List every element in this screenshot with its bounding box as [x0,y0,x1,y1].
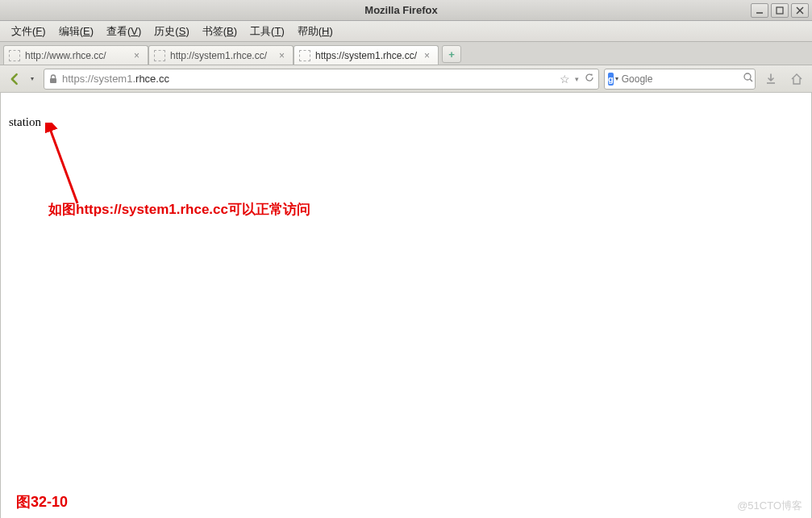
menu-tools[interactable]: 工具(T) [244,22,291,41]
menu-edit[interactable]: 编辑(E) [52,22,100,41]
reload-icon[interactable] [584,72,595,86]
browser-tab[interactable]: http://www.rhce.cc/ × [3,45,148,65]
window-title: Mozilla Firefox [52,4,751,16]
chevron-down-icon[interactable]: ▾ [615,75,618,82]
page-icon [9,50,20,61]
watermark: @51CTO博客 [737,499,802,513]
menu-bookmarks[interactable]: 书签(B) [196,22,244,41]
new-tab-button[interactable]: + [442,45,461,63]
menu-file[interactable]: 文件(F) [5,22,52,41]
close-icon[interactable]: × [276,49,288,61]
home-button[interactable] [786,69,807,90]
page-body-text: station [9,115,41,129]
menu-history[interactable]: 历史(S) [148,22,195,41]
svg-rect-4 [50,78,56,83]
browser-tab[interactable]: https://system1.rhce.cc/ × [294,45,439,65]
page-icon [154,50,165,61]
url-bar[interactable]: https://system1.rhce.cc ☆ ▾ [44,69,599,90]
svg-rect-1 [777,7,783,14]
url-text: https://system1.rhce.cc [62,73,560,85]
search-icon[interactable] [743,72,754,86]
back-button[interactable] [5,69,26,90]
back-history-dropdown[interactable]: ▾ [31,75,39,82]
menu-help[interactable]: 帮助(H) [291,22,339,41]
page-content: station [0,93,812,518]
maximize-button[interactable] [771,3,789,18]
search-input[interactable] [622,73,743,85]
close-icon[interactable]: × [131,49,143,61]
menubar: 文件(F) 编辑(E) 查看(V) 历史(S) 书签(B) 工具(T) 帮助(H… [0,21,812,42]
google-icon: g [608,73,614,86]
svg-point-5 [744,73,751,80]
tabbar: http://www.rhce.cc/ × http://system1.rhc… [0,42,812,65]
lock-icon [48,73,59,85]
tab-label: http://www.rhce.cc/ [25,50,127,61]
search-bar[interactable]: g ▾ [604,69,756,90]
history-dropdown-icon[interactable]: ▾ [575,75,579,83]
svg-line-6 [750,79,752,81]
figure-label: 图32-10 [16,492,68,512]
minimize-button[interactable] [751,3,768,18]
close-button[interactable] [791,3,809,18]
bookmark-star-icon[interactable]: ☆ [560,73,570,86]
downloads-button[interactable] [760,69,781,90]
page-icon [299,50,310,61]
close-icon[interactable]: × [421,49,433,61]
tab-label: http://system1.rhce.cc/ [170,50,273,61]
window-titlebar: Mozilla Firefox [0,0,812,21]
menu-view[interactable]: 查看(V) [100,22,148,41]
browser-tab[interactable]: http://system1.rhce.cc/ × [148,45,294,65]
navbar: ▾ https://system1.rhce.cc ☆ ▾ g ▾ [0,65,812,93]
tab-label: https://system1.rhce.cc/ [315,50,418,61]
annotation-text: 如图https://system1.rhce.cc可以正常访问 [48,200,310,219]
